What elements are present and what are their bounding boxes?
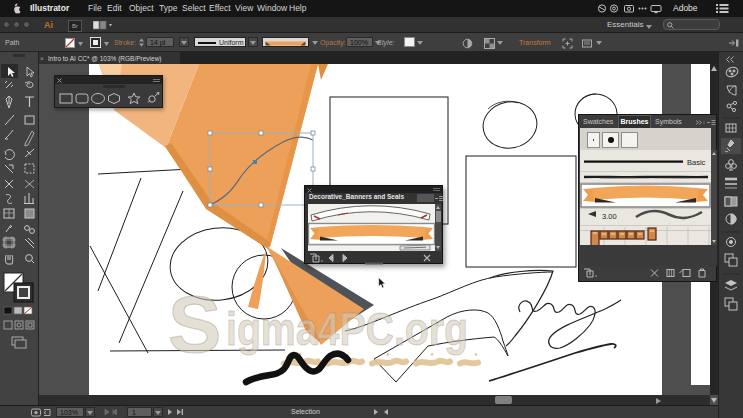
svg-text:3.00: 3.00 <box>602 212 617 221</box>
svg-text:S: S <box>168 280 221 369</box>
svg-text:igma4PC.org: igma4PC.org <box>226 302 468 355</box>
svg-text:Basic: Basic <box>687 158 706 167</box>
